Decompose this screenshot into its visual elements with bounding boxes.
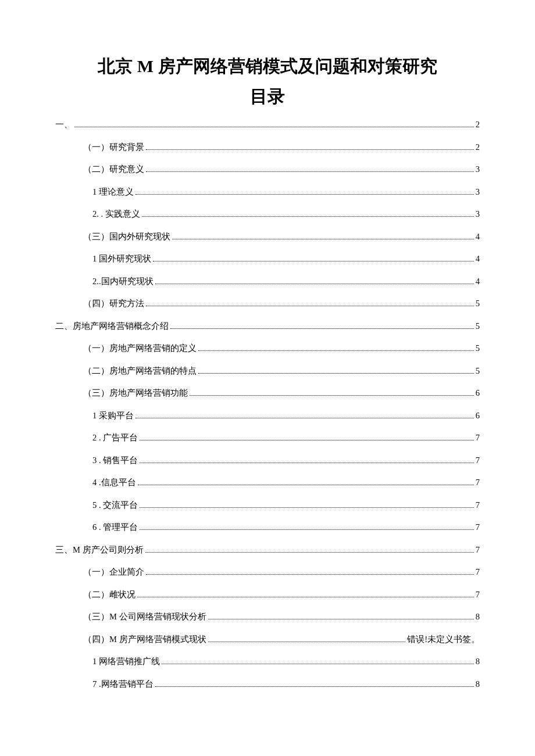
toc-leader-dots — [162, 664, 474, 664]
toc-entry-page: 3 — [476, 165, 480, 174]
toc-entry-label: （二）房地产网络营销的特点 — [83, 367, 197, 375]
toc-entry: 4 .信息平台7 — [55, 478, 480, 487]
toc-entry-label: 三、M 房产公司则分析 — [55, 546, 144, 554]
toc-leader-dots — [140, 507, 474, 508]
toc-entry-label: 1 理论意义 — [92, 188, 134, 196]
toc-leader-dots — [170, 328, 474, 329]
toc-entry-label: 7 .网络营销平台 — [92, 680, 154, 689]
toc-entry-page: 8 — [476, 657, 480, 666]
toc-leader-dots — [208, 619, 474, 619]
toc-leader-dots — [155, 284, 474, 284]
toc-entry-page: 7 — [476, 433, 480, 442]
toc-entry-page: 4 — [476, 277, 480, 286]
toc-entry-page: 7 — [476, 501, 480, 510]
toc-entry: （一）房地产网络营销的定义5 — [55, 344, 480, 353]
toc-entry: （三）房地产网络营销功能6 — [55, 389, 480, 397]
toc-entry-page: 8 — [476, 680, 480, 689]
toc-entry-label: 2 . 广告平台 — [92, 433, 138, 442]
toc-leader-dots — [190, 395, 474, 396]
toc-entry-page: 5 — [476, 367, 480, 375]
toc-leader-dots — [145, 552, 474, 553]
toc-entry-label: （二）雌状况 — [83, 590, 135, 599]
toc-entry-label: （一）企业简介 — [83, 568, 144, 576]
toc-entry: 2 . 广告平台7 — [55, 433, 480, 442]
toc-entry-page: 5 — [476, 322, 480, 331]
toc-entry: （四）研究方法5 — [55, 299, 480, 308]
toc-entry-label: 2. . 实践意义 — [92, 210, 140, 218]
toc-leader-dots — [146, 574, 474, 575]
toc-entry-label: 5 . 交流平台 — [92, 501, 138, 510]
toc-leader-dots — [172, 239, 474, 239]
toc-entry: 二、房地产网络营销概念介绍5 — [55, 322, 480, 331]
toc-entry-page: 2 — [476, 120, 480, 129]
toc-leader-dots — [135, 418, 474, 418]
toc-entry-page: 4 — [476, 255, 480, 263]
toc-leader-dots — [137, 597, 474, 597]
toc-entry: （四）M 房产网络营销模式现状错误!未定义书签。 — [55, 635, 480, 644]
toc-entry-label: （一）房地产网络营销的定义 — [83, 344, 197, 353]
toc-entry: 7 .网络营销平台8 — [55, 680, 480, 689]
toc-leader-dots — [135, 194, 474, 195]
toc-entry: （三）M 公司网络营销现状分析8 — [55, 612, 480, 621]
toc-entry: 1 网络营销推广线8 — [55, 657, 480, 666]
toc-entry-page: 3 — [476, 188, 480, 196]
document-title: 北京 M 房产网络营销模式及问题和对策研究 — [55, 52, 480, 80]
toc-entry: （二）研究意义3 — [55, 165, 480, 174]
toc-entry-page: 2 — [476, 143, 480, 152]
toc-entry-page: 8 — [476, 612, 480, 621]
toc-entry-label: （三）房地产网络营销功能 — [83, 389, 188, 397]
toc-leader-dots — [138, 485, 474, 485]
toc-entry: 5 . 交流平台7 — [55, 501, 480, 510]
toc-entry-page: 6 — [476, 411, 480, 420]
toc-entry-page: 7 — [476, 523, 480, 532]
toc-leader-dots — [142, 216, 474, 217]
toc-entry-label: 2..国内研究现状 — [92, 277, 154, 286]
toc-leader-dots — [198, 373, 474, 374]
toc-entry: （三）国内外研究现状4 — [55, 232, 480, 241]
toc-entry: 三、M 房产公司则分析7 — [55, 546, 480, 554]
toc-entry: （二）雌状况7 — [55, 590, 480, 599]
toc-leader-dots — [198, 350, 474, 351]
toc-entry-label: （四）研究方法 — [83, 299, 144, 308]
toc-entry-label: 4 .信息平台 — [92, 478, 136, 487]
toc-entry-page: 7 — [476, 456, 480, 465]
toc-entry-page: 4 — [476, 232, 480, 241]
toc-entry-label: 1 网络营销推广线 — [92, 657, 160, 666]
toc-entry: （一）企业简介7 — [55, 568, 480, 576]
toc-entry: 2. . 实践意义3 — [55, 210, 480, 218]
toc-leader-dots — [146, 171, 474, 172]
toc-leader-dots — [153, 261, 474, 261]
toc-entry-page: 5 — [476, 344, 480, 353]
toc-entry: 1 国外研究现状4 — [55, 255, 480, 263]
toc-leader-dots — [155, 686, 474, 687]
toc-entry: （二）房地产网络营销的特点5 — [55, 367, 480, 375]
toc-leader-dots — [208, 642, 406, 642]
toc-leader-dots — [146, 306, 474, 306]
toc-leader-dots — [140, 440, 474, 440]
toc-leader-dots — [140, 529, 474, 530]
toc-entry-label: （三）国内外研究现状 — [83, 232, 170, 241]
toc-leader-dots — [140, 463, 474, 463]
toc-entry-label: 1 国外研究现状 — [92, 255, 151, 263]
toc-entry-page: 错误!未定义书签。 — [407, 635, 480, 644]
table-of-contents: 一、2（一）研究背景2（二）研究意义31 理论意义32. . 实践意义3（三）国… — [55, 120, 480, 689]
toc-entry-label: （一）研究背景 — [83, 143, 144, 152]
toc-entry-label: 一、 — [55, 120, 73, 129]
toc-entry-label: 6 . 管理平台 — [92, 523, 138, 532]
toc-entry-label: 3 . 销售平台 — [92, 456, 138, 465]
toc-entry-page: 7 — [476, 568, 480, 576]
toc-entry: 1 理论意义3 — [55, 188, 480, 196]
toc-entry: 2..国内研究现状4 — [55, 277, 480, 286]
toc-entry: （一）研究背景2 — [55, 143, 480, 152]
toc-entry: 3 . 销售平台7 — [55, 456, 480, 465]
toc-entry-page: 7 — [476, 590, 480, 599]
toc-entry-label: 二、房地产网络营销概念介绍 — [55, 322, 169, 331]
toc-entry-label: 1 采购平台 — [92, 411, 134, 420]
toc-entry-page: 7 — [476, 478, 480, 487]
toc-entry-label: （三）M 公司网络营销现状分析 — [83, 612, 206, 621]
toc-entry-page: 6 — [476, 389, 480, 397]
toc-entry: 6 . 管理平台7 — [55, 523, 480, 532]
toc-entry: 一、2 — [55, 120, 480, 129]
toc-leader-dots — [74, 127, 474, 127]
toc-entry-label: （四）M 房产网络营销模式现状 — [83, 635, 206, 644]
